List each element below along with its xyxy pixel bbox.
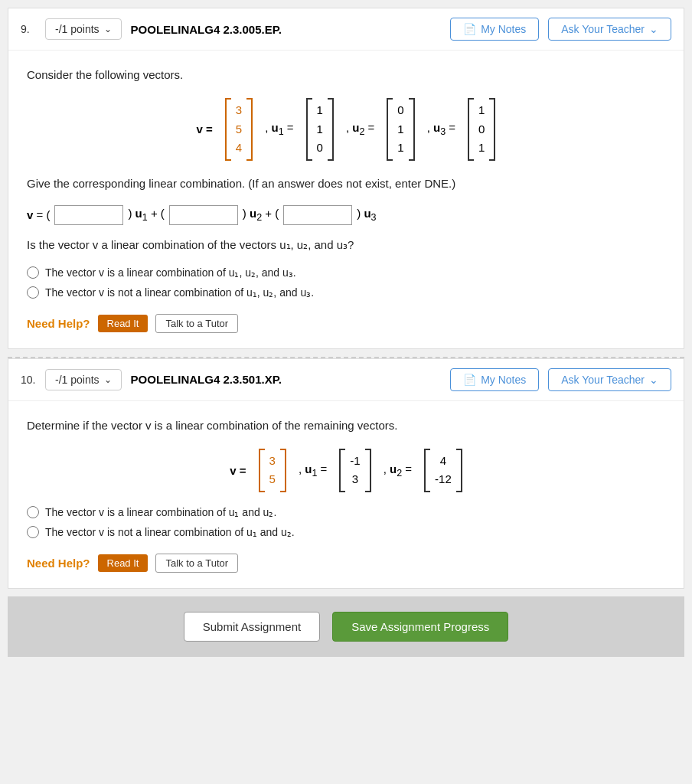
read-it-button-9[interactable]: Read It: [98, 315, 149, 332]
matrix-u2: 0 1 1: [387, 98, 414, 161]
vector-display-9: v = 3 5 4 , u1 = 1 1 0 , u2 =: [27, 98, 665, 161]
radio-yes-10-input[interactable]: [27, 506, 39, 518]
matrix-v: 3 5 4: [225, 98, 253, 161]
footer-bar: Submit Assignment Save Assignment Progre…: [8, 596, 684, 657]
chevron-down-icon-4: ⌄: [649, 374, 658, 386]
question-9-id: POOLELINALG4 2.3.005.EP.: [131, 23, 442, 36]
need-help-10: Need Help? Read It Talk to a Tutor: [27, 554, 665, 573]
question-10-intro: Determine if the vector v is a linear co…: [27, 416, 665, 435]
question-10-number: 10.: [21, 374, 36, 386]
matrix-u1-10: -1 3: [339, 449, 370, 492]
coefficient-2-input[interactable]: [169, 205, 238, 225]
radio-no-10-input[interactable]: [27, 526, 39, 538]
matrix-u2-10: 4 -12: [424, 449, 462, 492]
linear-combo-prompt-9: Give the corresponding linear combinatio…: [27, 175, 665, 193]
question-9-intro: Consider the following vectors.: [27, 66, 665, 84]
question-9-number: 9.: [21, 23, 36, 35]
chevron-down-icon-3: ⌄: [104, 374, 112, 385]
chevron-down-icon: ⌄: [104, 24, 112, 34]
document-icon: 📄: [463, 23, 476, 35]
question-10-id: POOLELINALG4 2.3.501.XP.: [131, 373, 442, 386]
radio-no-10[interactable]: The vector v is not a linear combination…: [27, 526, 665, 538]
chevron-down-icon-2: ⌄: [649, 23, 658, 35]
radio-no-9[interactable]: The vector v is not a linear combination…: [27, 286, 665, 299]
question-9-header: 9. -/1 points ⌄ POOLELINALG4 2.3.005.EP.…: [8, 8, 684, 51]
question-10-header: 10. -/1 points ⌄ POOLELINALG4 2.3.501.XP…: [8, 359, 684, 401]
coefficient-1-input[interactable]: [54, 205, 123, 225]
radio-yes-10[interactable]: The vector v is a linear combination of …: [27, 506, 665, 518]
is-linear-question-9: Is the vector v a linear combination of …: [27, 236, 665, 254]
matrix-u1: 1 1 0: [306, 98, 334, 161]
matrix-u3: 1 0 1: [468, 98, 495, 161]
ask-teacher-button-9[interactable]: Ask Your Teacher ⌄: [548, 18, 671, 41]
my-notes-button-10[interactable]: 📄 My Notes: [450, 368, 539, 391]
ask-teacher-button-10[interactable]: Ask Your Teacher ⌄: [548, 368, 671, 391]
points-button-9[interactable]: -/1 points ⌄: [45, 18, 122, 40]
document-icon-10: 📄: [463, 374, 476, 386]
talk-to-tutor-button-10[interactable]: Talk to a Tutor: [155, 554, 238, 573]
matrix-v-10: 3 5: [259, 449, 286, 492]
points-button-10[interactable]: -/1 points ⌄: [45, 369, 122, 390]
radio-yes-9[interactable]: The vector v is a linear combination of …: [27, 266, 665, 279]
question-9-body: Consider the following vectors. v = 3 5 …: [8, 51, 684, 348]
radio-yes-9-input[interactable]: [27, 266, 39, 279]
linear-combo-inputs-9: v = ( ) u1 + ( ) u2 + ( ) u3: [27, 205, 665, 225]
talk-to-tutor-button-9[interactable]: Talk to a Tutor: [155, 314, 238, 333]
radio-no-9-input[interactable]: [27, 286, 39, 299]
question-9: 9. -/1 points ⌄ POOLELINALG4 2.3.005.EP.…: [8, 8, 684, 349]
question-10-body: Determine if the vector v is a linear co…: [8, 401, 684, 588]
submit-assignment-button[interactable]: Submit Assignment: [184, 612, 320, 642]
vector-display-10: v = 3 5 , u1 = -1 3 , u2 =: [27, 449, 665, 492]
coefficient-3-input[interactable]: [283, 205, 352, 225]
need-help-9: Need Help? Read It Talk to a Tutor: [27, 314, 665, 333]
save-assignment-button[interactable]: Save Assignment Progress: [332, 612, 508, 642]
my-notes-button-9[interactable]: 📄 My Notes: [450, 18, 539, 41]
read-it-button-10[interactable]: Read It: [98, 554, 149, 572]
question-10: 10. -/1 points ⌄ POOLELINALG4 2.3.501.XP…: [8, 358, 684, 589]
